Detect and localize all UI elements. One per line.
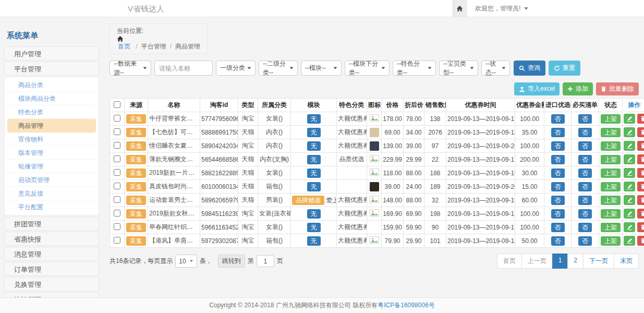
status-badge[interactable]: 上架 [601,114,621,124]
sidebar-item-1-5[interactable]: 版本管理 [7,146,96,160]
jump-button[interactable]: 跳转到 [218,255,245,268]
must-buy-toggle[interactable]: 否 [578,141,592,151]
delete-button[interactable] [637,236,644,246]
row-checkbox[interactable] [114,183,120,189]
status-badge[interactable]: 上架 [601,223,621,232]
sidebar-item-1-0[interactable]: 商品分类 [7,78,96,92]
sidebar-section-3[interactable]: 省惠快报 [4,232,99,246]
moduleSub-select[interactable]: --模块下分类-- [345,61,390,76]
delete-button[interactable] [637,168,644,178]
user-menu[interactable]: 欢迎您，管理员! [475,4,528,13]
select-all-checkbox[interactable] [114,101,120,108]
delete-button[interactable] [637,182,644,191]
search-button[interactable]: 查询 [514,61,545,76]
bulk-delete-button[interactable]: 批量删除 [596,82,639,95]
delete-button[interactable] [637,114,644,124]
row-checkbox[interactable] [114,210,120,216]
must-buy-toggle[interactable]: 否 [578,128,592,137]
sidebar-item-1-4[interactable]: 宣传物料 [7,133,96,146]
row-checkbox[interactable] [114,155,120,162]
status-select[interactable]: --状态-- [481,61,510,76]
sidebar-item-1-7[interactable]: 启动页管理 [7,173,96,187]
row-checkbox[interactable] [114,223,120,230]
row-checkbox[interactable] [114,128,120,135]
delete-button[interactable] [637,195,644,205]
pager-button-5[interactable]: 末页 [614,254,639,269]
import-excel-button[interactable]: 导入excel [514,82,560,95]
edit-button[interactable] [624,168,635,178]
pager-button-4[interactable]: 下一页 [583,254,614,269]
must-buy-toggle[interactable]: 否 [578,236,592,246]
status-badge[interactable]: 上架 [601,182,621,191]
pager-button-3[interactable]: 2 [567,254,584,269]
reset-button[interactable]: 重置 [549,61,580,76]
sidebar-item-1-1[interactable]: 模块商品分类 [7,92,96,105]
sidebar-section-0[interactable]: 用户管理 [4,46,99,61]
jump-page-input[interactable] [257,255,274,267]
sidebar-section-1[interactable]: 平台管理 [4,62,99,76]
sidebar-item-1-8[interactable]: 意见反馈 [7,187,96,200]
edit-button[interactable] [624,127,635,137]
sidebar-item-1-6[interactable]: 轮播管理 [7,160,96,173]
sidebar-section-2[interactable]: 拼团管理 [4,216,99,231]
sidebar-section-4[interactable]: 消息管理 [4,247,99,261]
import-select-toggle[interactable]: 否 [551,182,565,191]
pager-button-0[interactable]: 首页 [497,254,522,269]
import-select-toggle[interactable]: 否 [551,114,565,124]
breadcrumb-home-link[interactable]: 首页 [118,43,130,50]
sidebar-section-5[interactable]: 订单管理 [4,262,99,276]
status-badge[interactable]: 上架 [601,236,621,246]
status-badge[interactable]: 上架 [601,196,621,205]
delete-button[interactable] [637,154,644,164]
status-badge[interactable]: 上架 [601,128,621,137]
import-select-toggle[interactable]: 否 [551,209,565,219]
cat1-select[interactable]: 一级分类 [216,61,256,76]
import-select-toggle[interactable]: 否 [551,141,565,151]
must-buy-toggle[interactable]: 否 [578,155,592,164]
edit-button[interactable] [624,209,635,219]
must-buy-toggle[interactable]: 否 [578,209,592,219]
row-checkbox[interactable] [114,142,120,149]
delete-button[interactable] [637,209,644,219]
name-input[interactable] [154,61,213,76]
row-checkbox[interactable] [114,196,120,203]
edit-button[interactable] [624,114,635,124]
add-button[interactable]: 添加 [563,82,593,95]
import-select-toggle[interactable]: 否 [551,196,565,205]
edit-button[interactable] [624,141,635,151]
import-select-toggle[interactable]: 否 [551,168,565,178]
must-buy-toggle[interactable]: 否 [578,182,592,191]
row-checkbox[interactable] [114,115,120,122]
feature-select[interactable]: --特色分类-- [393,61,436,76]
status-badge[interactable]: 上架 [601,155,621,164]
delete-button[interactable] [637,222,644,232]
import-select-toggle[interactable]: 否 [551,223,565,232]
status-badge[interactable]: 上架 [601,168,621,178]
cat2-select[interactable]: --二级分类-- [259,61,298,76]
pager-button-1[interactable]: 上一页 [521,254,553,269]
status-badge[interactable]: 上架 [601,209,621,219]
must-buy-toggle[interactable]: 否 [578,114,592,124]
import-select-toggle[interactable]: 否 [551,236,565,246]
must-buy-toggle[interactable]: 否 [578,168,592,178]
row-checkbox[interactable] [114,169,120,176]
itemType-select[interactable]: --宝贝类型-- [439,61,478,76]
edit-button[interactable] [624,236,635,246]
sidebar-item-1-9[interactable]: 平台配置 [7,200,96,214]
edit-button[interactable] [624,182,635,191]
sidebar-item-1-3[interactable]: 商品管理 [7,119,96,133]
import-select-toggle[interactable]: 否 [551,155,565,164]
status-badge[interactable]: 上架 [601,141,621,151]
import-select-toggle[interactable]: 否 [551,128,565,137]
page-size-select[interactable]: 10 [175,255,197,268]
edit-button[interactable] [624,222,635,232]
sidebar-item-1-2[interactable]: 特色分类 [7,105,96,119]
must-buy-toggle[interactable]: 否 [578,223,592,232]
sidebar-section-6[interactable]: 兑换管理 [4,277,99,291]
icp-link[interactable]: 粤ICP备16098006号 [378,302,434,309]
delete-button[interactable] [637,141,644,151]
pager-current-page[interactable]: 1 [552,254,568,269]
module-select[interactable]: --模块-- [301,61,342,76]
must-buy-toggle[interactable]: 否 [578,196,592,205]
edit-button[interactable] [624,195,635,205]
